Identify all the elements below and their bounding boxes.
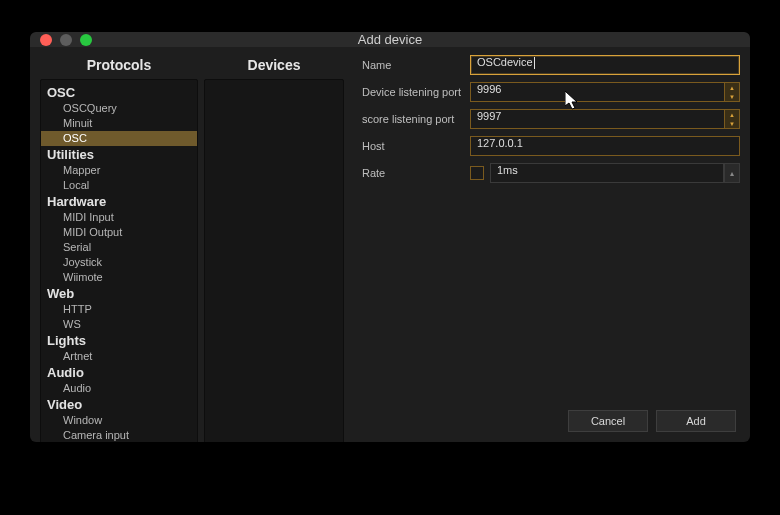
tree-item[interactable]: OSC	[41, 131, 197, 146]
name-input-value: OSCdevice	[477, 56, 533, 68]
chevron-up-icon[interactable]: ▲	[725, 83, 739, 92]
close-icon[interactable]	[40, 34, 52, 46]
tree-item[interactable]: Mapper	[41, 163, 197, 178]
tree-item[interactable]: Minuit	[41, 116, 197, 131]
label-device-port: Device listening port	[362, 86, 470, 98]
tree-item[interactable]: Serial	[41, 240, 197, 255]
tree-item[interactable]: MIDI Input	[41, 210, 197, 225]
name-input[interactable]: OSCdevice	[470, 55, 740, 75]
devices-header: Devices	[204, 55, 344, 79]
rate-checkbox[interactable]	[470, 166, 484, 180]
chevron-up-icon[interactable]: ▴	[724, 163, 740, 183]
cancel-button[interactable]: Cancel	[568, 410, 648, 432]
label-rate: Rate	[362, 167, 470, 179]
tree-category[interactable]: OSC	[41, 84, 197, 101]
traffic-lights	[30, 34, 92, 46]
devices-column: Devices	[204, 55, 344, 442]
tree-item[interactable]: Audio	[41, 381, 197, 396]
row-rate: Rate 1ms ▴	[362, 163, 740, 183]
tree-item[interactable]: Camera input	[41, 428, 197, 442]
chevron-down-icon[interactable]: ▼	[725, 92, 739, 101]
protocols-tree: OSCOSCQueryMinuitOSCUtilitiesMapperLocal…	[41, 80, 197, 442]
score-port-input[interactable]: 9997	[470, 109, 724, 129]
tree-category[interactable]: Lights	[41, 332, 197, 349]
tree-item[interactable]: HTTP	[41, 302, 197, 317]
zoom-icon[interactable]	[80, 34, 92, 46]
tree-item[interactable]: Local	[41, 178, 197, 193]
text-caret-icon	[534, 57, 535, 69]
dialog-buttons: Cancel Add	[568, 410, 736, 432]
tree-item[interactable]: OSCQuery	[41, 101, 197, 116]
row-host: Host 127.0.0.1	[362, 136, 740, 156]
label-name: Name	[362, 59, 470, 71]
device-port-spinbox[interactable]: 9996 ▲ ▼	[470, 82, 740, 102]
tree-item[interactable]: MIDI Output	[41, 225, 197, 240]
row-name: Name OSCdevice	[362, 55, 740, 75]
protocols-header: Protocols	[40, 55, 198, 79]
score-port-stepper[interactable]: ▲ ▼	[724, 109, 740, 129]
tree-category[interactable]: Video	[41, 396, 197, 413]
chevron-down-icon[interactable]: ▼	[725, 119, 739, 128]
titlebar: Add device	[30, 32, 750, 47]
protocols-panel[interactable]: OSCOSCQueryMinuitOSCUtilitiesMapperLocal…	[40, 79, 198, 442]
tree-category[interactable]: Audio	[41, 364, 197, 381]
tree-category[interactable]: Utilities	[41, 146, 197, 163]
device-port-stepper[interactable]: ▲ ▼	[724, 82, 740, 102]
score-port-spinbox[interactable]: 9997 ▲ ▼	[470, 109, 740, 129]
tree-category[interactable]: Web	[41, 285, 197, 302]
tree-item[interactable]: Joystick	[41, 255, 197, 270]
label-host: Host	[362, 140, 470, 152]
row-score-port: score listening port 9997 ▲ ▼	[362, 109, 740, 129]
protocols-column: Protocols OSCOSCQueryMinuitOSCUtilitiesM…	[40, 55, 198, 442]
rate-group: 1ms ▴	[470, 163, 740, 183]
tree-item[interactable]: Wiimote	[41, 270, 197, 285]
device-port-input[interactable]: 9996	[470, 82, 724, 102]
tree-item[interactable]: WS	[41, 317, 197, 332]
rate-input[interactable]: 1ms	[490, 163, 724, 183]
minimize-icon[interactable]	[60, 34, 72, 46]
host-input[interactable]: 127.0.0.1	[470, 136, 740, 156]
devices-panel[interactable]	[204, 79, 344, 442]
dialog-window: Add device Protocols OSCOSCQueryMinuitOS…	[30, 32, 750, 442]
chevron-up-icon[interactable]: ▲	[725, 110, 739, 119]
tree-category[interactable]: Hardware	[41, 193, 197, 210]
form-area: Name OSCdevice Device listening port 999…	[350, 55, 740, 442]
add-button[interactable]: Add	[656, 410, 736, 432]
tree-item[interactable]: Window	[41, 413, 197, 428]
dialog-content: Protocols OSCOSCQueryMinuitOSCUtilitiesM…	[30, 47, 750, 442]
window-title: Add device	[30, 32, 750, 47]
tree-item[interactable]: Artnet	[41, 349, 197, 364]
row-device-port: Device listening port 9996 ▲ ▼	[362, 82, 740, 102]
label-score-port: score listening port	[362, 113, 470, 125]
